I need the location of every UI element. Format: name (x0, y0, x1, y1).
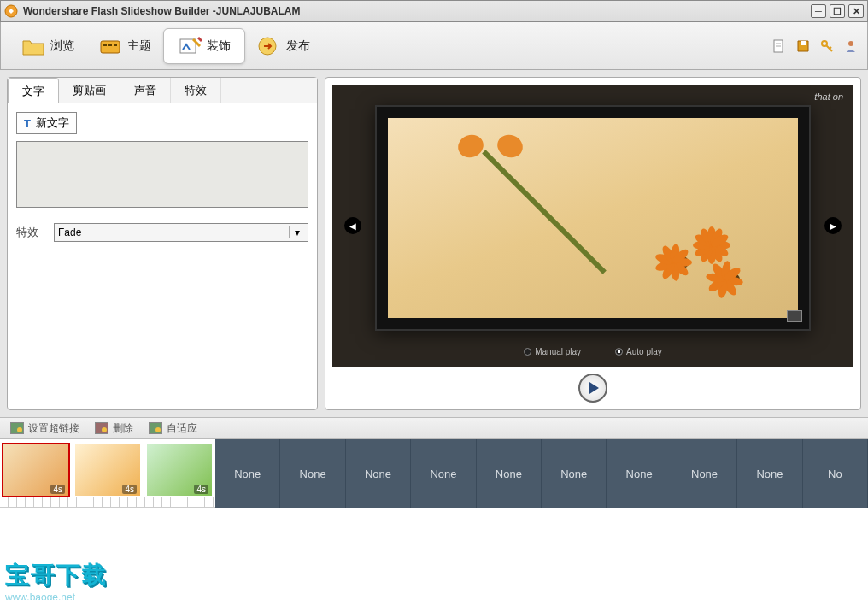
work-area: 文字 剪贴画 声音 特效 T 新文字 特效 Fade ▾ that on ◀ ▶ (0, 70, 868, 417)
svg-rect-1 (101, 41, 120, 53)
toolbar-publish-label: 发布 (286, 38, 310, 54)
fit-icon (149, 422, 162, 434)
empty-slot[interactable]: None (411, 439, 476, 508)
photo-frame (375, 105, 811, 331)
next-arrow-button[interactable]: ▶ (824, 217, 842, 234)
subtab-effect[interactable]: 特效 (171, 78, 221, 103)
film-icon (98, 34, 122, 58)
svg-rect-2 (103, 44, 107, 46)
decorate-icon (178, 34, 202, 58)
document-icon[interactable] (771, 38, 787, 54)
fit-button[interactable]: 自适应 (149, 421, 197, 436)
toolbar-theme-label: 主题 (127, 38, 151, 54)
window-title: Wondershare Flash Slideshow Builder -JUN… (23, 5, 301, 17)
subtab-text[interactable]: 文字 (8, 78, 59, 103)
svg-point-12 (848, 41, 853, 46)
toolbar-browse[interactable]: 浏览 (9, 31, 86, 62)
empty-slot[interactable]: No (803, 439, 868, 508)
filmstrip: 4s 4s 4s None None None None None None N… (0, 439, 868, 508)
left-panel: 文字 剪贴画 声音 特效 T 新文字 特效 Fade ▾ (7, 77, 318, 410)
publish-icon (257, 34, 281, 58)
play-options: Manual play Auto play (332, 347, 853, 356)
link-icon (10, 422, 24, 434)
preview-image (388, 118, 799, 318)
lower-area: 宝哥下载 www.baoge.net (0, 508, 868, 600)
text-list-box[interactable] (16, 141, 308, 208)
toolbar-decorate-label: 装饰 (207, 38, 231, 54)
toolbar-theme[interactable]: 主题 (86, 31, 163, 62)
preview-panel: that on ◀ ▶ (325, 77, 861, 410)
thumbnail-1[interactable]: 4s (2, 443, 70, 497)
chevron-down-icon: ▾ (289, 226, 304, 238)
svg-rect-10 (801, 41, 806, 45)
empty-slot[interactable]: None (672, 439, 737, 508)
text-icon: T (24, 117, 31, 130)
empty-slot[interactable]: None (346, 439, 411, 508)
user-icon[interactable] (843, 38, 859, 54)
thumbnail-3[interactable]: 4s (145, 443, 214, 497)
toolbar-browse-label: 浏览 (50, 38, 74, 54)
manual-play-radio[interactable]: Manual play (524, 347, 581, 356)
toolbar-publish[interactable]: 发布 (245, 31, 322, 62)
title-bar: Wondershare Flash Slideshow Builder -JUN… (0, 0, 868, 22)
empty-slot[interactable]: None (280, 439, 345, 508)
key-icon[interactable] (819, 38, 835, 54)
empty-slot[interactable]: None (542, 439, 607, 508)
preview-stage: that on ◀ ▶ (332, 85, 853, 367)
fullscreen-icon[interactable] (787, 310, 802, 322)
auto-play-radio[interactable]: Auto play (615, 347, 662, 356)
timeline-ruler[interactable] (0, 497, 215, 508)
strip-toolbar: 设置超链接 删除 自适应 (0, 417, 868, 439)
minimize-button[interactable]: ─ (811, 4, 826, 18)
prev-arrow-button[interactable]: ◀ (344, 217, 361, 234)
main-toolbar: 浏览 主题 装饰 发布 (0, 22, 868, 70)
thumbnail-2[interactable]: 4s (73, 443, 142, 497)
empty-slot[interactable]: None (607, 439, 672, 508)
effect-value: Fade (58, 226, 81, 238)
empty-slot[interactable]: None (737, 439, 802, 508)
subtabs: 文字 剪贴画 声音 特效 (8, 78, 317, 103)
toolbar-decorate[interactable]: 装饰 (163, 28, 245, 64)
play-icon (589, 382, 599, 394)
save-icon[interactable] (795, 38, 811, 54)
stage-brand: that on (814, 91, 843, 102)
effect-dropdown[interactable]: Fade ▾ (54, 223, 308, 242)
close-button[interactable]: ✕ (848, 4, 864, 18)
empty-slot[interactable]: None (215, 439, 280, 508)
play-button[interactable] (578, 374, 607, 403)
subtab-clipart[interactable]: 剪贴画 (59, 78, 120, 103)
watermark-logo: 宝哥下载 www.baoge.net (5, 559, 108, 600)
maximize-button[interactable]: ☐ (830, 4, 845, 18)
new-text-button[interactable]: T 新文字 (16, 112, 77, 134)
svg-rect-3 (108, 44, 112, 46)
delete-button[interactable]: 删除 (95, 421, 133, 436)
svg-rect-4 (114, 44, 117, 46)
effect-label: 特效 (16, 225, 38, 240)
hyperlink-button[interactable]: 设置超链接 (10, 421, 79, 436)
new-text-label: 新文字 (36, 115, 69, 131)
delete-icon (95, 422, 108, 434)
app-logo-icon (4, 4, 18, 18)
subtab-sound[interactable]: 声音 (120, 78, 171, 103)
empty-slot[interactable]: None (477, 439, 542, 508)
folder-icon (21, 34, 45, 58)
